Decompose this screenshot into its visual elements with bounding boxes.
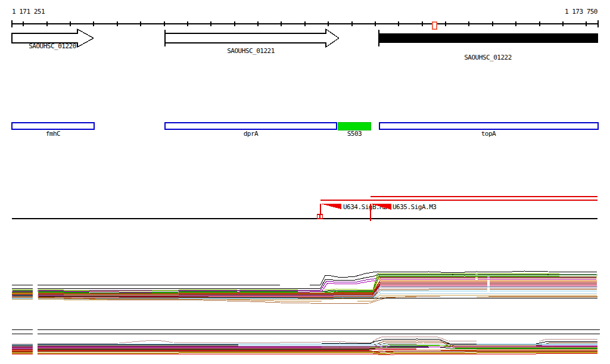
feature-box-S503[interactable] xyxy=(338,122,371,130)
trace-rosybrown xyxy=(12,337,597,344)
genome-browser-view: 1 171 251 1 173 750 SAOUHSC_01220 SAOUHS… xyxy=(0,0,610,364)
feature-box-dprA[interactable] xyxy=(165,123,337,129)
trace-gap xyxy=(33,267,38,361)
feature-box-fmhC[interactable] xyxy=(12,123,94,129)
gene-arrow-SAOUHSC_01221[interactable] xyxy=(165,29,339,47)
expression-panel-2 xyxy=(12,329,600,355)
trace-black-top xyxy=(12,271,597,285)
coordinate-ruler xyxy=(12,20,598,27)
gene-arrow-SAOUHSC_01220[interactable] xyxy=(12,29,94,47)
gene-rect-SAOUHSC_01222[interactable] xyxy=(379,33,598,43)
feature-box-topA[interactable] xyxy=(379,123,598,129)
trace-skyblue xyxy=(12,344,597,344)
expression-panel-1 xyxy=(12,271,597,304)
ruler-position-marker[interactable] xyxy=(432,22,437,29)
